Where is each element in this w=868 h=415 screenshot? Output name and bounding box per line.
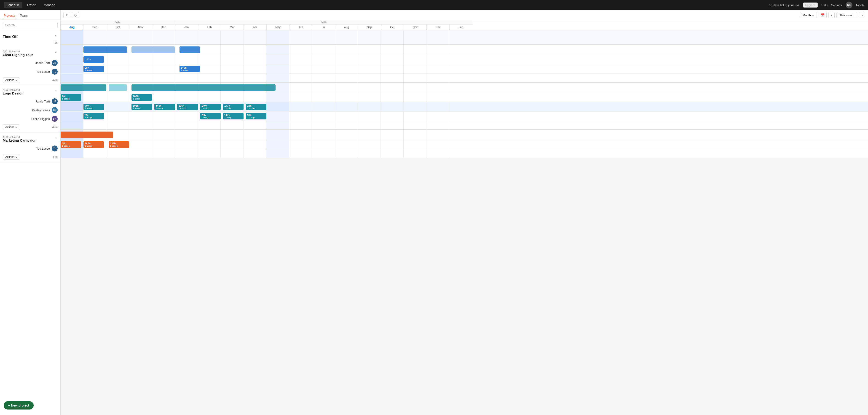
marketing-collapse[interactable]: ⌃ [54,136,58,142]
calendar-grid: 2024 Aug Sep Oct Nov Dec 2025 Ja [61,20,868,158]
search-input[interactable] [3,22,58,28]
cleat-bar-months [61,45,868,55]
help-link[interactable]: Help [822,3,828,7]
marketing-actions-row: Actions ⌄ 48m [0,153,60,162]
avatar-jamie-tartt-logo: JT [52,98,58,104]
logo-jamie-bar1[interactable]: 28h 1 assign. [61,94,81,101]
time-off-collapse[interactable]: ⌃ [54,34,58,39]
month-oct-2024: Oct [106,25,129,30]
month-mar-2025: Mar [221,25,244,30]
nav-schedule[interactable]: Schedule [4,2,23,8]
cleat-signing-title: Cleat Signing Tour [3,53,33,57]
today-button[interactable]: ◌ [72,12,79,18]
person-row-leslie-higgins: Leslie Higgins LH [0,114,60,123]
cleat-ted-bar1[interactable]: 98h 1 assign. [84,66,104,72]
nav-export[interactable]: Export [24,2,39,8]
to-jan [175,30,198,44]
person-row-ted-lasso-cleat: Ted Lasso TL [0,67,60,76]
person-name-jamie-tartt-cleat: Jamie Tartt [3,61,50,65]
leslie-bar2[interactable]: 70h1 assign. [200,113,221,119]
cleat-signing-title-group: AFC Richmond Cleat Signing Tour [3,50,33,57]
to-sep [84,30,106,44]
keeley-bar2[interactable]: 105h1 assign. [131,103,152,110]
time-off-section-calendar [61,30,868,45]
section-marketing: AFC Richmond Marketing Campaign ⌃ Ted La… [0,132,60,162]
person-row-keeley-jones: Keeley Jones KJ [0,106,60,114]
section-logo-design: AFC Richmond Logo Design ⌃ Jamie Tartt J… [0,85,60,132]
user-name: Nicole [856,3,864,7]
logo-jamie-months: 28h 1 assign. 105h 1 assign. [61,93,868,102]
prev-arrow[interactable]: ‹ [829,12,835,18]
leslie-bar4[interactable]: 98h1 assign. [246,113,267,119]
next-arrow[interactable]: › [859,12,865,18]
nav-manage[interactable]: Manage [41,2,58,8]
to-mar [221,30,244,44]
keeley-bar7[interactable]: 28h1 assign. [246,103,267,110]
settings-link[interactable]: Settings [831,3,842,7]
new-project-button[interactable]: + New project [4,401,34,410]
person-name-ted-lasso-marketing: Ted Lasso [3,147,50,150]
marketing-ted-bar3[interactable]: 133h1 assign. [108,141,129,148]
person-row-ted-lasso-marketing: Ted Lasso TL [0,144,60,153]
month-jul-2025: Jul [312,25,335,30]
calendar-toolbar: ⇧ ◌ Month ⌄ 📅 ‹ This month › [61,10,868,20]
cleat-signing-collapse[interactable]: ⌃ [54,51,58,56]
calendar-scroll[interactable]: 2024 Aug Sep Oct Nov Dec 2025 Ja [61,20,868,415]
upgrade-button[interactable]: Upgrade [803,2,818,7]
keeley-bar3[interactable]: 140h1 assign. [154,103,175,110]
tab-team[interactable]: Team [19,12,29,19]
marketing-ted-bar2[interactable]: 147h1 assign. [84,141,104,148]
marketing-title: Marketing Campaign [3,139,37,142]
cleat-jamie-bar[interactable]: 147h [84,56,104,63]
logo-design-title-group: AFC Richmond Logo Design [3,89,24,95]
marketing-header: AFC Richmond Marketing Campaign ⌃ [0,132,60,144]
month-apr-2025: Apr [244,25,267,30]
scroll-up-button[interactable]: ⇧ [63,12,70,18]
tab-projects[interactable]: Projects [3,12,16,19]
marketing-client: AFC Richmond [3,136,37,139]
keeley-bar1[interactable]: 70h1 assign. [84,103,104,110]
sidebar-content: Time Off ⌃ 2h AFC Richmond Cleat Signing… [0,31,60,415]
leslie-bar3[interactable]: 147h1 assign. [223,113,244,119]
marketing-title-group: AFC Richmond Marketing Campaign [3,136,37,142]
keeley-bar6[interactable]: 147h1 assign. [223,103,244,110]
year-2024-label: 2024 [61,20,175,25]
month-select[interactable]: Month ⌄ [800,12,817,18]
cleat-ted-bar2[interactable]: 140h 1 assign. [180,66,200,72]
logo-keeley-months: 70h1 assign. 105h1 assign. 140h1 assign.… [61,102,868,111]
cleat-signing-header: AFC Richmond Cleat Signing Tour ⌃ [0,47,60,59]
cleat-signing-actions-button[interactable]: Actions ⌄ [3,77,20,83]
avatar-ted-lasso-marketing: TL [52,146,58,151]
marketing-section-bar [61,131,113,138]
cleat-bar-3 [180,47,200,53]
to-dec2 [427,30,449,44]
this-month-button[interactable]: This month [836,12,857,18]
keeley-bar4[interactable]: 105h1 assign. [177,103,198,110]
logo-actions-cal-row [61,121,868,129]
to-aug2 [335,30,358,44]
keeley-bar5[interactable]: 140h1 assign. [200,103,221,110]
marketing-section-bar-row [61,130,868,140]
marketing-ted-months: 35h1 assign. 147h1 assign. 133h1 assign. [61,140,868,149]
calendar-icon-button[interactable]: 📅 [818,12,827,18]
leslie-bar1[interactable]: 35h1 assign. [84,113,104,119]
person-name-ted-lasso-cleat: Ted Lasso [3,70,50,73]
cleat-jamie-row: 147h [61,55,868,64]
marketing-actions-button[interactable]: Actions ⌄ [3,154,20,160]
logo-design-header: AFC Richmond Logo Design ⌃ [0,85,60,97]
logo-design-actions-row: Actions ⌄ 46m [0,123,60,132]
logo-design-collapse[interactable]: ⌃ [54,89,58,94]
logo-design-client: AFC Richmond [3,89,24,91]
to-oct [106,30,129,44]
avatar[interactable]: NK [845,2,852,8]
marketing-ted-bar1[interactable]: 35h1 assign. [61,141,81,148]
logo-design-duration: 46m [52,126,58,129]
sidebar-search-container [0,20,60,31]
cleat-actions-cal-row [61,74,868,82]
marketing-duration: 48m [52,155,58,158]
logo-leslie-row: 35h1 assign. 70h1 assign. 147h1 assign. … [61,112,868,121]
logo-jamie-bar2[interactable]: 105h 1 assign. [131,94,152,101]
month-dec-2025: Dec [427,25,450,30]
logo-design-actions-button[interactable]: Actions ⌄ [3,124,20,130]
marketing-actions-months [61,149,868,158]
